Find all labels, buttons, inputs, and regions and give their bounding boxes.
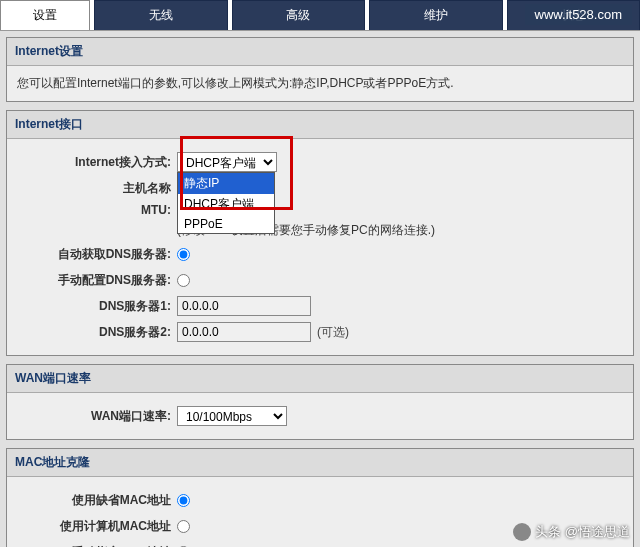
internet-interface-panel: Internet接口 Internet接入方式: DHCP客户端 静态IP DH… [6, 110, 634, 356]
manual-dns-label: 手动配置DNS服务器: [17, 272, 177, 289]
wan-speed-panel: WAN端口速率 WAN端口速率: 10/100Mbps [6, 364, 634, 440]
dns1-input[interactable] [177, 296, 311, 316]
option-static-ip[interactable]: 静态IP [178, 173, 274, 194]
wan-speed-select[interactable]: 10/100Mbps [177, 406, 287, 426]
internet-interface-title: Internet接口 [7, 111, 633, 139]
tab-advanced[interactable]: 高级 [232, 0, 366, 30]
option-dhcp[interactable]: DHCP客户端 [178, 194, 274, 215]
mac-pc-radio[interactable] [177, 520, 190, 533]
dns2-optional: (可选) [317, 324, 349, 341]
watermark-url: www.it528.com [525, 4, 632, 25]
mac-default-label: 使用缺省MAC地址 [17, 492, 177, 509]
access-mode-label: Internet接入方式: [17, 154, 177, 171]
internet-settings-title: Internet设置 [7, 38, 633, 66]
manual-dns-radio[interactable] [177, 274, 190, 287]
footer-watermark: 头条 @悟途思道 [513, 523, 630, 541]
avatar-icon [513, 523, 531, 541]
mac-pc-label: 使用计算机MAC地址 [17, 518, 177, 535]
tab-maintenance[interactable]: 维护 [369, 0, 503, 30]
mac-default-radio[interactable] [177, 494, 190, 507]
footer-watermark-text: 头条 @悟途思道 [535, 523, 630, 541]
access-mode-select[interactable]: DHCP客户端 [177, 152, 277, 172]
access-mode-dropdown: 静态IP DHCP客户端 PPPoE [177, 172, 275, 234]
auto-dns-radio[interactable] [177, 248, 190, 261]
wan-speed-label: WAN端口速率: [17, 408, 177, 425]
internet-settings-desc: 您可以配置Internet端口的参数,可以修改上网模式为:静态IP,DHCP或者… [17, 74, 623, 93]
tab-settings[interactable]: 设置 [0, 0, 90, 30]
wan-speed-title: WAN端口速率 [7, 365, 633, 393]
internet-settings-panel: Internet设置 您可以配置Internet端口的参数,可以修改上网模式为:… [6, 37, 634, 102]
tab-wireless[interactable]: 无线 [94, 0, 228, 30]
dns2-label: DNS服务器2: [17, 324, 177, 341]
mac-clone-title: MAC地址克隆 [7, 449, 633, 477]
dns1-label: DNS服务器1: [17, 298, 177, 315]
auto-dns-label: 自动获取DNS服务器: [17, 246, 177, 263]
hostname-label: 主机名称 [17, 180, 177, 197]
option-pppoe[interactable]: PPPoE [178, 215, 274, 233]
dns2-input[interactable] [177, 322, 311, 342]
mtu-label: MTU: [17, 203, 177, 217]
